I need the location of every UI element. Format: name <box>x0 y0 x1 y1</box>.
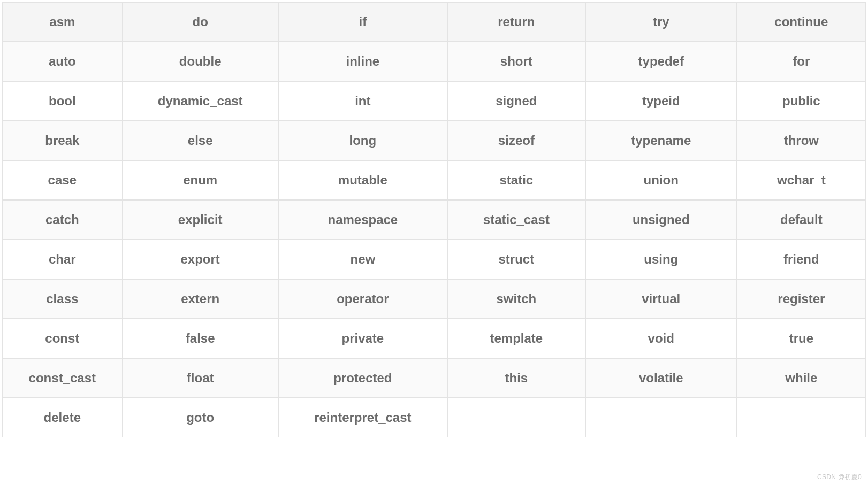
table-row: auto double inline short typedef for <box>2 42 866 81</box>
table-cell: int <box>278 81 447 121</box>
table-cell <box>447 398 585 437</box>
table-cell: float <box>123 358 278 398</box>
table-cell: double <box>123 42 278 81</box>
table-header-cell: try <box>585 2 737 42</box>
table-cell: explicit <box>123 200 278 240</box>
table-cell: goto <box>123 398 278 437</box>
table-cell: dynamic_cast <box>123 81 278 121</box>
table-header-row: asm do if return try continue <box>2 2 866 42</box>
table-cell: catch <box>2 200 123 240</box>
table-cell: friend <box>737 240 866 279</box>
table-cell: unsigned <box>585 200 737 240</box>
table-row: case enum mutable static union wchar_t <box>2 160 866 200</box>
table-cell: const <box>2 319 123 358</box>
table-cell: while <box>737 358 866 398</box>
table-cell: enum <box>123 160 278 200</box>
table-cell: else <box>123 121 278 160</box>
table-row: const_cast float protected this volatile… <box>2 358 866 398</box>
table-cell: switch <box>447 279 585 319</box>
table-cell: wchar_t <box>737 160 866 200</box>
table-cell: false <box>123 319 278 358</box>
table-cell: case <box>2 160 123 200</box>
table-cell: union <box>585 160 737 200</box>
table-cell: bool <box>2 81 123 121</box>
table-cell: operator <box>278 279 447 319</box>
table-cell: volatile <box>585 358 737 398</box>
table-cell: struct <box>447 240 585 279</box>
table-cell: short <box>447 42 585 81</box>
table-cell: static <box>447 160 585 200</box>
table-cell: sizeof <box>447 121 585 160</box>
table-cell: public <box>737 81 866 121</box>
table-cell: true <box>737 319 866 358</box>
table-cell: register <box>737 279 866 319</box>
table-cell: auto <box>2 42 123 81</box>
table-cell: typeid <box>585 81 737 121</box>
table-header-cell: if <box>278 2 447 42</box>
table-row: const false private template void true <box>2 319 866 358</box>
table-cell: namespace <box>278 200 447 240</box>
table-cell: typename <box>585 121 737 160</box>
table-cell: long <box>278 121 447 160</box>
table-header-cell: do <box>123 2 278 42</box>
table-cell: export <box>123 240 278 279</box>
table-cell: throw <box>737 121 866 160</box>
table-cell: using <box>585 240 737 279</box>
table-cell: private <box>278 319 447 358</box>
table-cell: reinterpret_cast <box>278 398 447 437</box>
table-cell: default <box>737 200 866 240</box>
table-cell: void <box>585 319 737 358</box>
table-cell <box>737 398 866 437</box>
table-cell: new <box>278 240 447 279</box>
table-cell: signed <box>447 81 585 121</box>
table-row: break else long sizeof typename throw <box>2 121 866 160</box>
table-cell <box>585 398 737 437</box>
table-cell: delete <box>2 398 123 437</box>
table-cell: virtual <box>585 279 737 319</box>
table-cell: break <box>2 121 123 160</box>
table-cell: char <box>2 240 123 279</box>
table-row: char export new struct using friend <box>2 240 866 279</box>
table-cell: mutable <box>278 160 447 200</box>
table-cell: typedef <box>585 42 737 81</box>
table-row: class extern operator switch virtual reg… <box>2 279 866 319</box>
table-cell: for <box>737 42 866 81</box>
table-row: delete goto reinterpret_cast <box>2 398 866 437</box>
table-row: catch explicit namespace static_cast uns… <box>2 200 866 240</box>
table-cell: protected <box>278 358 447 398</box>
table-cell: template <box>447 319 585 358</box>
table-cell: inline <box>278 42 447 81</box>
table-cell: class <box>2 279 123 319</box>
table-body: auto double inline short typedef for boo… <box>2 42 866 437</box>
table-cell: static_cast <box>447 200 585 240</box>
table-header-cell: asm <box>2 2 123 42</box>
keyword-table: asm do if return try continue auto doubl… <box>2 2 866 437</box>
table-header-cell: continue <box>737 2 866 42</box>
table-cell: extern <box>123 279 278 319</box>
table-cell: this <box>447 358 585 398</box>
table-header-cell: return <box>447 2 585 42</box>
table-cell: const_cast <box>2 358 123 398</box>
table-row: bool dynamic_cast int signed typeid publ… <box>2 81 866 121</box>
